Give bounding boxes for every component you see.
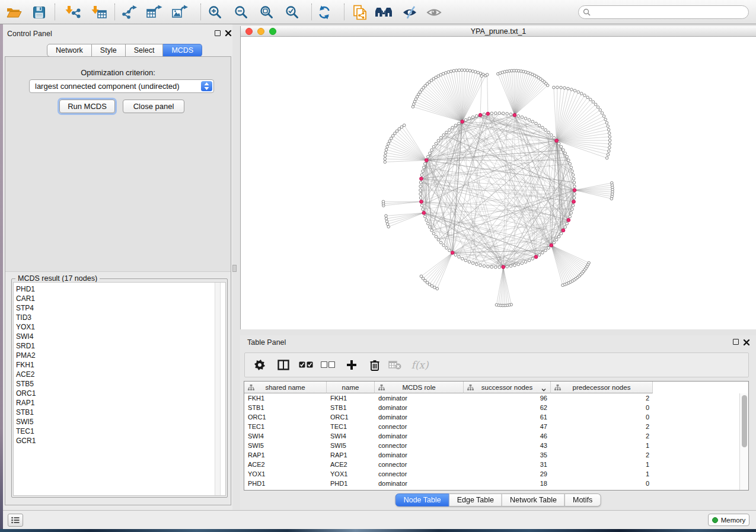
- export-image-icon[interactable]: [170, 4, 189, 21]
- open-file-icon[interactable]: [4, 4, 23, 21]
- import-table-icon[interactable]: [90, 4, 109, 21]
- close-panel-button[interactable]: Close panel: [123, 100, 184, 113]
- new-network-from-selection-icon[interactable]: [350, 4, 369, 21]
- memory-status-icon: [712, 517, 718, 523]
- table-row[interactable]: ORC1ORC1dominator610: [244, 412, 739, 422]
- tab-network[interactable]: Network: [47, 44, 92, 57]
- table-tab-motifs[interactable]: Motifs: [565, 493, 601, 507]
- tab-mcds[interactable]: MCDS: [163, 44, 202, 57]
- network-window-titlebar[interactable]: YPA_prune.txt_1: [241, 26, 756, 37]
- close-table-panel-icon[interactable]: [743, 338, 750, 348]
- refresh-icon[interactable]: [315, 4, 334, 21]
- select-all-columns-icon[interactable]: [298, 353, 314, 377]
- tab-select[interactable]: Select: [126, 44, 164, 57]
- mcds-node[interactable]: FKH1: [16, 360, 225, 370]
- table-tab-edge-table[interactable]: Edge Table: [449, 493, 502, 507]
- save-session-icon[interactable]: [30, 4, 49, 21]
- table-panel: Table Panel f(x) shared namenameMCDS rol…: [240, 335, 756, 510]
- column-header-shared-name[interactable]: shared name: [244, 382, 327, 393]
- table-scrollbar[interactable]: [739, 393, 748, 490]
- close-window-icon[interactable]: [245, 28, 253, 35]
- show-columns-icon[interactable]: [276, 353, 291, 377]
- mcds-node[interactable]: PMA2: [16, 351, 225, 360]
- create-column-icon[interactable]: [344, 353, 359, 377]
- mcds-node[interactable]: GCR1: [16, 436, 225, 446]
- network-canvas[interactable]: [241, 37, 756, 329]
- main-toolbar: [0, 0, 756, 24]
- mcds-node[interactable]: STB5: [16, 379, 225, 389]
- network-window: YPA_prune.txt_1: [240, 26, 756, 329]
- table-row[interactable]: TEC1TEC1connector472: [244, 422, 739, 431]
- float-table-panel-icon[interactable]: [733, 339, 739, 345]
- binoculars-icon[interactable]: [374, 4, 393, 21]
- mcds-node[interactable]: SWI4: [16, 332, 225, 341]
- run-mcds-button[interactable]: Run MCDS: [59, 100, 115, 113]
- mcds-node[interactable]: TID3: [16, 313, 225, 322]
- mcds-node[interactable]: CAR1: [16, 294, 225, 303]
- table-toolbar: f(x): [244, 352, 749, 377]
- table-body: FKH1FKH1dominator962STB1STB1dominator620…: [244, 393, 739, 490]
- sitemap-icon: [248, 384, 254, 392]
- search-icon: [583, 8, 591, 16]
- float-panel-icon[interactable]: [215, 30, 221, 36]
- mcds-result-title: MCDS result (17 nodes): [15, 274, 100, 283]
- mcds-node[interactable]: TEC1: [16, 427, 225, 436]
- task-history-button[interactable]: [8, 514, 23, 527]
- column-header-predecessor-nodes[interactable]: predecessor nodes: [551, 382, 653, 393]
- mcds-tab-content: Optimization criterion: largest connecte…: [5, 56, 231, 505]
- function-builder-icon[interactable]: f(x): [407, 353, 432, 377]
- delete-table-icon[interactable]: [387, 353, 403, 377]
- import-network-icon[interactable]: [63, 4, 82, 21]
- mcds-node[interactable]: SRD1: [16, 341, 225, 351]
- eye-slash-icon[interactable]: [401, 4, 420, 21]
- desktop-wallpaper: [0, 529, 756, 532]
- mcds-list-scrollbar[interactable]: [215, 283, 221, 495]
- mcds-node[interactable]: ACE2: [16, 370, 225, 379]
- table-row[interactable]: ACE2ACE2connector311: [244, 460, 739, 469]
- table-tab-network-table[interactable]: Network Table: [502, 493, 565, 507]
- column-header-successor-nodes[interactable]: successor nodes: [464, 382, 551, 393]
- mcds-node[interactable]: STP4: [16, 303, 225, 313]
- close-panel-icon[interactable]: [225, 28, 232, 39]
- zoom-out-icon[interactable]: [232, 4, 251, 21]
- column-header-name[interactable]: name: [327, 382, 375, 393]
- mcds-node[interactable]: RAP1: [16, 398, 225, 408]
- delete-column-icon[interactable]: [368, 353, 382, 377]
- control-panel-tabs: NetworkStyleSelectMCDS: [47, 44, 202, 57]
- table-row[interactable]: RAP1RAP1dominator352: [244, 450, 739, 460]
- mcds-node[interactable]: PHD1: [16, 284, 225, 294]
- mcds-node[interactable]: ORC1: [16, 389, 225, 398]
- tab-style[interactable]: Style: [92, 44, 126, 57]
- mcds-result-list[interactable]: PHD1CAR1STP4TID3YOX1SWI4SRD1PMA2FKH1ACE2…: [13, 282, 226, 496]
- table-row[interactable]: SWI5SWI5connector431: [244, 441, 739, 450]
- maximize-window-icon[interactable]: [269, 28, 276, 35]
- table-row[interactable]: SWI4SWI4dominator462: [244, 431, 739, 441]
- table-tab-node-table[interactable]: Node Table: [395, 493, 449, 507]
- memory-button[interactable]: Memory: [708, 514, 749, 526]
- table-row[interactable]: STB1STB1dominator620: [244, 403, 739, 412]
- table-row[interactable]: PHD1PHD1dominator180: [244, 479, 739, 488]
- column-header-MCDS-role[interactable]: MCDS role: [375, 382, 464, 393]
- zoom-in-icon[interactable]: [206, 4, 225, 21]
- table-row[interactable]: YOX1YOX1connector291: [244, 469, 739, 479]
- minimize-window-icon[interactable]: [257, 28, 264, 35]
- unselect-all-columns-icon[interactable]: [320, 353, 336, 377]
- eye-icon[interactable]: [425, 4, 444, 21]
- status-bar: Memory: [3, 510, 756, 529]
- zoom-selected-icon[interactable]: [283, 4, 302, 21]
- sitemap-icon: [554, 384, 561, 392]
- table-settings-icon[interactable]: [252, 353, 267, 377]
- splitter-handle[interactable]: [232, 265, 237, 272]
- zoom-fit-icon[interactable]: [257, 4, 276, 21]
- export-network-icon[interactable]: [120, 4, 139, 21]
- table-row[interactable]: FKH1FKH1dominator962: [244, 393, 739, 403]
- criterion-select[interactable]: largest connected component (undirected): [29, 79, 214, 93]
- sitemap-icon: [378, 384, 385, 392]
- search-input[interactable]: [578, 5, 749, 19]
- mcds-node[interactable]: YOX1: [16, 322, 225, 332]
- export-table-icon[interactable]: [145, 4, 164, 21]
- mcds-result-group: MCDS result (17 nodes) PHD1CAR1STP4TID3Y…: [11, 278, 228, 498]
- node-table: shared namenameMCDS rolesuccessor nodesp…: [244, 381, 749, 491]
- mcds-node[interactable]: STB1: [16, 408, 225, 417]
- mcds-node[interactable]: SWI5: [16, 417, 225, 427]
